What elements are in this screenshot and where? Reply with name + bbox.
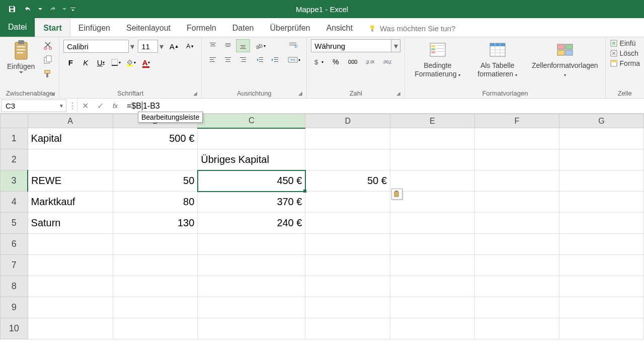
dialog-launcher-icon[interactable]: ◢ <box>51 90 55 96</box>
cell-F2[interactable] <box>474 149 559 170</box>
row-header-6[interactable]: 6 <box>1 234 28 255</box>
align-bottom-button[interactable] <box>236 39 250 52</box>
comma-style-button[interactable]: 000 <box>345 55 360 68</box>
format-painter-button[interactable] <box>41 67 55 80</box>
font-size-select[interactable] <box>138 40 158 53</box>
worksheet-grid[interactable]: A B C D E F G 1 Kapital 500 € 2 Übriges … <box>0 114 644 339</box>
underline-button[interactable]: U▾ <box>94 55 108 69</box>
cell-F4[interactable] <box>474 192 559 213</box>
cell-B5[interactable]: 130 <box>113 213 198 234</box>
cell-F1[interactable] <box>474 128 559 149</box>
align-middle-button[interactable] <box>221 39 235 52</box>
column-header-D[interactable]: D <box>305 114 390 128</box>
cell-D4[interactable] <box>305 192 390 213</box>
cell-B1[interactable]: 500 € <box>113 128 198 149</box>
cell-E1[interactable] <box>390 128 474 149</box>
cell-C1[interactable] <box>198 128 305 149</box>
tab-file[interactable]: Datei <box>0 18 35 37</box>
cell-E5[interactable] <box>390 213 474 234</box>
fill-handle[interactable] <box>303 190 306 193</box>
row-header-7[interactable]: 7 <box>1 255 28 276</box>
tab-page-layout[interactable]: Seitenlayout <box>118 20 179 37</box>
insert-function-button[interactable]: fx <box>108 99 123 113</box>
align-right-button[interactable] <box>236 53 250 66</box>
paste-button[interactable]: Einfügen <box>4 39 38 75</box>
tab-view[interactable]: Ansicht <box>318 20 360 37</box>
chevron-down-icon[interactable]: ▾ <box>129 40 136 53</box>
number-format-select[interactable] <box>311 39 391 52</box>
cell-D3[interactable]: 50 € <box>305 170 390 192</box>
tab-review[interactable]: Überprüfen <box>262 20 318 37</box>
cell-G4[interactable] <box>559 192 643 213</box>
undo-dropdown[interactable] <box>37 2 43 16</box>
increase-decimal-button[interactable]: .0.00 <box>362 55 377 68</box>
cell-C3[interactable]: 450 € <box>198 170 305 192</box>
align-center-button[interactable] <box>221 53 235 66</box>
tab-formulas[interactable]: Formeln <box>179 20 224 37</box>
fill-color-button[interactable]: ▾ <box>124 55 138 69</box>
row-header-1[interactable]: 1 <box>1 128 28 149</box>
accounting-format-button[interactable]: $▾ <box>311 55 326 68</box>
cell-G5[interactable] <box>559 213 643 234</box>
redo-button[interactable] <box>45 2 59 16</box>
italic-button[interactable]: K <box>78 55 93 69</box>
cell-D2[interactable] <box>305 149 390 170</box>
percent-button[interactable]: % <box>328 55 343 68</box>
insert-cells-button[interactable]: Einfü <box>610 39 640 47</box>
dialog-launcher-icon[interactable]: ◢ <box>298 90 302 96</box>
cell-A2[interactable] <box>28 149 113 170</box>
font-name-select[interactable] <box>63 40 129 53</box>
cell-styles-button[interactable]: Zellenformatvorlagen ▾ <box>529 39 601 79</box>
cell-B4[interactable]: 80 <box>113 192 198 213</box>
format-cells-button[interactable]: Forma <box>610 59 640 67</box>
cell-C2[interactable]: Übriges Kapital <box>198 149 305 170</box>
align-left-button[interactable] <box>206 53 220 66</box>
cell-F3[interactable] <box>474 170 559 192</box>
orientation-button[interactable]: ab▾ <box>253 39 267 52</box>
row-header-3[interactable]: 3 <box>1 170 28 192</box>
column-header-A[interactable]: A <box>28 114 113 128</box>
select-all-corner[interactable] <box>1 114 28 128</box>
cell-E3[interactable] <box>390 170 474 192</box>
column-header-E[interactable]: E <box>390 114 474 128</box>
bold-button[interactable]: F <box>63 55 77 69</box>
cell-G2[interactable] <box>559 149 643 170</box>
chevron-down-icon[interactable]: ▾ <box>391 39 400 52</box>
formula-input[interactable]: =$B1-B3 Bearbeitungsleiste <box>123 99 644 113</box>
cell-G3[interactable] <box>559 170 643 192</box>
cell-G1[interactable] <box>559 128 643 149</box>
cell-A5[interactable]: Saturn <box>28 213 113 234</box>
cell-E4[interactable] <box>390 192 474 213</box>
row-header-8[interactable]: 8 <box>1 276 28 297</box>
copy-button[interactable] <box>41 53 55 66</box>
name-box[interactable]: C3 ▼ <box>1 100 66 112</box>
cell-B3[interactable]: 50 <box>113 170 198 192</box>
qat-customize[interactable] <box>69 2 76 16</box>
row-header-9[interactable]: 9 <box>1 297 28 318</box>
font-color-button[interactable]: A▾ <box>139 55 153 69</box>
format-as-table-button[interactable]: Als Tabelle formatieren ▾ <box>469 39 526 79</box>
save-button[interactable] <box>5 2 19 16</box>
chevron-down-icon[interactable]: ▼ <box>59 103 64 109</box>
cell-E2[interactable] <box>390 149 474 170</box>
row-header-4[interactable]: 4 <box>1 192 28 213</box>
borders-button[interactable]: ▾ <box>109 55 123 69</box>
dialog-launcher-icon[interactable]: ◢ <box>193 90 197 96</box>
undo-button[interactable] <box>21 2 35 16</box>
tell-me-search[interactable]: Was möchten Sie tun? <box>361 20 463 37</box>
cell-F5[interactable] <box>474 213 559 234</box>
cell-B2[interactable] <box>113 149 198 170</box>
row-header-2[interactable]: 2 <box>1 149 28 170</box>
column-header-C[interactable]: C <box>198 114 305 128</box>
column-header-G[interactable]: G <box>559 114 643 128</box>
column-header-F[interactable]: F <box>474 114 559 128</box>
tab-data[interactable]: Daten <box>224 20 262 37</box>
row-header-10[interactable]: 10 <box>1 318 28 339</box>
cell-A3[interactable]: REWE <box>28 170 113 192</box>
cell-C4[interactable]: 370 € <box>198 192 305 213</box>
dialog-launcher-icon[interactable]: ◢ <box>396 90 400 96</box>
tab-home[interactable]: Start <box>35 19 70 37</box>
cell-C5[interactable]: 240 € <box>198 213 305 234</box>
wrap-text-button[interactable] <box>285 39 302 52</box>
delete-cells-button[interactable]: Lösch <box>610 49 640 57</box>
